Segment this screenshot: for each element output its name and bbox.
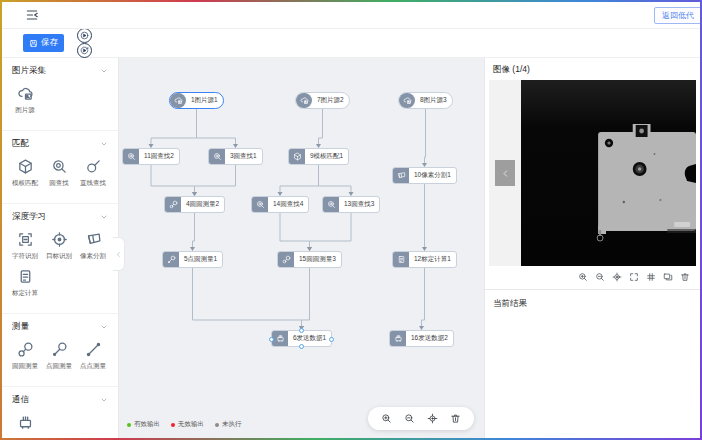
flow-node-10[interactable]: 10像素分割1 <box>392 167 457 184</box>
flow-node-11[interactable]: 11圆查找2 <box>122 148 180 165</box>
flow-node-12[interactable]: 12标定计算1 <box>392 251 457 268</box>
flow-node-8[interactable]: 8图片源3 <box>398 92 453 109</box>
send-icon <box>17 414 34 431</box>
chevron-down-icon <box>100 213 108 221</box>
node-port[interactable] <box>299 344 304 349</box>
prev-image-button[interactable] <box>495 160 515 186</box>
run-once-button[interactable] <box>77 43 92 58</box>
sidebar-item-measure-pp[interactable]: 点点测量 <box>76 341 110 371</box>
image-panel-title: 图像 (1/4) <box>485 58 700 80</box>
sidebar-section-header[interactable]: 通信 <box>2 394 118 406</box>
sidebar-section-label: 深度学习 <box>12 211 46 223</box>
chevron-down-icon <box>100 140 108 148</box>
run-button[interactable] <box>77 28 92 43</box>
sidebar-item-label: 圆查找 <box>49 179 69 188</box>
send-icon <box>272 331 288 346</box>
flow-node-1[interactable]: 1图片源1 <box>169 92 224 109</box>
sidebar-item-line-find[interactable]: 直线查找 <box>76 158 110 188</box>
legend-dot <box>127 423 131 427</box>
flow-node-9[interactable]: 9模板匹配1 <box>288 148 349 165</box>
sidebar-item-segment[interactable]: 像素分割 <box>76 231 110 261</box>
node-port[interactable] <box>269 337 274 342</box>
sidebar-item-label: 目标识别 <box>46 252 72 261</box>
sidebar-section: 图片采集 图片源 <box>2 58 118 131</box>
sidebar-section-header[interactable]: 测量 <box>2 321 118 333</box>
sidebar-item-label: 像素分割 <box>80 252 106 261</box>
image-grid[interactable] <box>646 272 656 282</box>
play-circle-icon <box>80 31 89 40</box>
sidebar-item-measure-cc[interactable]: 圆圆测量 <box>8 341 42 371</box>
flow-node-4[interactable]: 4圆圆测量2 <box>164 196 225 213</box>
flow-node-5[interactable]: 5点圆测量1 <box>162 251 223 268</box>
flow-node-label: 6发送数据1 <box>288 334 331 343</box>
measure-cc-icon <box>165 197 181 212</box>
flow-node-label: 4圆圆测量2 <box>181 200 224 209</box>
sidebar-section: 深度学习 字符识别 目标识别 像素分割 标定计算 <box>2 204 118 314</box>
target-icon <box>51 231 68 248</box>
flow-node-13[interactable]: 13圆查找3 <box>322 196 380 213</box>
sidebar-section-header[interactable]: 匹配 <box>2 138 118 150</box>
sidebar-section-header[interactable]: 深度学习 <box>2 211 118 223</box>
flow-node-14[interactable]: 14圆查找4 <box>251 196 309 213</box>
chevron-left-icon <box>501 169 510 178</box>
image-compare[interactable] <box>663 272 673 282</box>
canvas-zoom-in[interactable] <box>381 413 392 424</box>
legend-label: 未执行 <box>222 420 242 429</box>
node-port[interactable] <box>299 328 304 333</box>
legend-item: 未执行 <box>215 420 242 429</box>
sidebar-collapse-handle[interactable] <box>113 237 125 271</box>
flow-node-label: 9模板匹配1 <box>305 152 348 161</box>
flow-node-16[interactable]: 16发送数据2 <box>389 330 454 347</box>
measure-pc-icon <box>163 252 179 267</box>
flow-node-label: 10像素分割1 <box>409 171 456 180</box>
menu-fold-icon[interactable] <box>25 8 39 22</box>
sidebar-item-target[interactable]: 目标识别 <box>42 231 76 261</box>
canvas-zoom-out[interactable] <box>404 413 415 424</box>
sidebar-item-label: 模板匹配 <box>12 179 38 188</box>
circle-find-icon <box>209 149 225 164</box>
flow-node-15[interactable]: 15圆圆测量3 <box>277 251 342 268</box>
cloud-image-icon <box>170 93 186 108</box>
image-zoom-out[interactable] <box>595 272 605 282</box>
ocr-icon <box>17 231 34 248</box>
flow-node-label: 11圆查找2 <box>139 152 179 161</box>
canvas-zoom-toolbar <box>368 407 474 430</box>
sidebar-item-circle-find[interactable]: 圆查找 <box>42 158 76 188</box>
sidebar-item-send[interactable] <box>8 414 42 435</box>
sidebar-item-ocr[interactable]: 字符识别 <box>8 231 42 261</box>
flow-node-label: 14圆查找4 <box>268 200 308 209</box>
cloud-image-icon <box>17 85 34 102</box>
sidebar-item-label: 字符识别 <box>12 252 38 261</box>
flow-node-7[interactable]: 7图片源2 <box>295 92 350 109</box>
circle-find-icon <box>252 197 268 212</box>
calib-icon <box>17 268 34 285</box>
image-locate[interactable] <box>612 272 622 282</box>
canvas-clear[interactable] <box>450 413 461 424</box>
image-nav-strip <box>489 80 521 266</box>
measure-cc-icon <box>278 252 294 267</box>
flow-canvas[interactable]: 1图片源1 7图片源2 8图片源3 11圆查找2 3圆查找1 9模板匹配1 10… <box>119 58 484 438</box>
sidebar-item-calib[interactable]: 标定计算 <box>8 268 42 298</box>
image-fullscreen[interactable] <box>629 272 639 282</box>
sidebar-section: 匹配 模板匹配 圆查找 直线查找 <box>2 131 118 204</box>
image-delete[interactable] <box>680 272 690 282</box>
flow-node-label: 15圆圆测量3 <box>294 255 341 264</box>
back-to-lowcode-button[interactable]: 返回低代 <box>654 7 702 24</box>
canvas-locate[interactable] <box>427 413 438 424</box>
sidebar-item-cloud-image[interactable]: 图片源 <box>8 85 42 115</box>
flow-node-label: 1图片源1 <box>186 96 223 105</box>
flow-node-3[interactable]: 3圆查找1 <box>208 148 263 165</box>
sidebar-item-label: 点圆测量 <box>46 362 72 371</box>
sidebar-section-header[interactable]: 图片采集 <box>2 65 118 77</box>
sidebar-item-cube[interactable]: 模板匹配 <box>8 158 42 188</box>
inspection-image[interactable] <box>521 80 696 266</box>
save-button[interactable]: 保存 <box>23 34 64 52</box>
sidebar-item-label: 圆圆测量 <box>12 362 38 371</box>
flow-node-label: 3圆查找1 <box>225 152 262 161</box>
segment-icon <box>85 231 102 248</box>
image-zoom-in[interactable] <box>578 272 588 282</box>
sidebar-item-label: 直线查找 <box>80 179 106 188</box>
measure-pc-icon <box>51 341 68 358</box>
sidebar-item-measure-pc[interactable]: 点圆测量 <box>42 341 76 371</box>
flow-node-6[interactable]: 6发送数据1 <box>271 330 332 347</box>
